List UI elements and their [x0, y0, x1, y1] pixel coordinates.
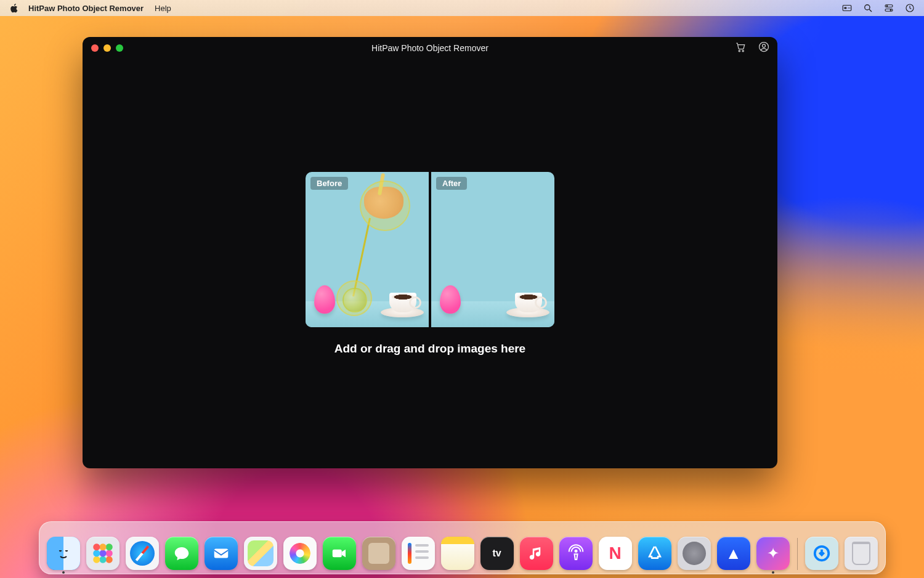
control-center-icon[interactable] [883, 2, 894, 14]
svg-point-9 [890, 9, 892, 11]
dock-app-hitpaw[interactable]: ✦ [756, 537, 790, 570]
dock-app-launchpad[interactable] [86, 537, 120, 570]
account-icon[interactable] [758, 41, 770, 55]
svg-rect-1 [845, 7, 847, 9]
dock-app-mail[interactable] [205, 537, 238, 570]
cart-icon[interactable] [734, 41, 747, 55]
running-indicator-icon [772, 571, 774, 574]
after-panel: After [431, 172, 554, 327]
dock-app-generic-blue[interactable]: ▲ [717, 537, 750, 570]
dock-trash[interactable] [845, 537, 878, 570]
dock-app-photos[interactable] [283, 537, 317, 570]
dock: tv N ▲ ✦ [0, 521, 924, 574]
dock-app-tv[interactable]: tv [480, 537, 514, 570]
dock-app-podcasts[interactable] [559, 537, 593, 570]
menu-bar-right [841, 2, 915, 14]
keyboard-input-icon[interactable] [841, 2, 853, 14]
svg-point-7 [886, 5, 888, 7]
dock-separator [797, 538, 798, 570]
svg-point-12 [742, 51, 744, 52]
before-panel: Before [306, 172, 429, 327]
drop-zone[interactable]: Before After Add or drag and drop images… [83, 59, 777, 468]
dock-app-appstore[interactable] [638, 537, 671, 570]
menu-item-help[interactable]: Help [155, 4, 171, 13]
dock-app-news[interactable]: N [599, 537, 632, 570]
dock-app-reminders[interactable] [402, 537, 435, 570]
apple-menu-icon[interactable] [9, 2, 20, 14]
clock-icon[interactable] [904, 2, 915, 14]
dock-downloads[interactable] [805, 537, 838, 570]
dock-app-maps[interactable] [244, 537, 277, 570]
dock-app-settings[interactable] [678, 537, 711, 570]
dock-app-music[interactable] [520, 537, 553, 570]
svg-point-14 [763, 44, 766, 47]
title-bar: HitPaw Photo Object Remover [83, 37, 777, 59]
before-badge: Before [310, 177, 348, 190]
svg-point-11 [739, 51, 740, 52]
before-after-preview: Before After [306, 172, 554, 327]
menu-app-name[interactable]: HitPaw Photo Object Remover [28, 4, 144, 13]
drop-prompt-text: Add or drag and drop images here [334, 342, 525, 356]
svg-point-3 [849, 7, 851, 9]
selection-marker-icon [360, 181, 410, 231]
svg-point-4 [865, 5, 870, 10]
svg-line-5 [869, 9, 872, 12]
dock-app-contacts[interactable] [362, 537, 395, 570]
dock-app-notes[interactable] [441, 537, 474, 570]
running-indicator-icon [62, 571, 65, 574]
svg-point-2 [848, 7, 849, 9]
dock-app-finder[interactable] [47, 537, 80, 570]
dock-app-safari[interactable] [126, 537, 159, 570]
svg-rect-16 [332, 550, 341, 558]
svg-point-17 [574, 550, 577, 553]
dock-app-messages[interactable] [165, 537, 198, 570]
spotlight-search-icon[interactable] [862, 2, 873, 14]
selection-marker-icon [336, 280, 372, 316]
dock-app-facetime[interactable] [323, 537, 356, 570]
app-window: HitPaw Photo Object Remover Before [83, 37, 777, 468]
window-title: HitPaw Photo Object Remover [83, 43, 777, 53]
after-badge: After [436, 177, 467, 190]
menu-bar: HitPaw Photo Object Remover Help [0, 0, 924, 16]
svg-rect-15 [214, 549, 228, 558]
